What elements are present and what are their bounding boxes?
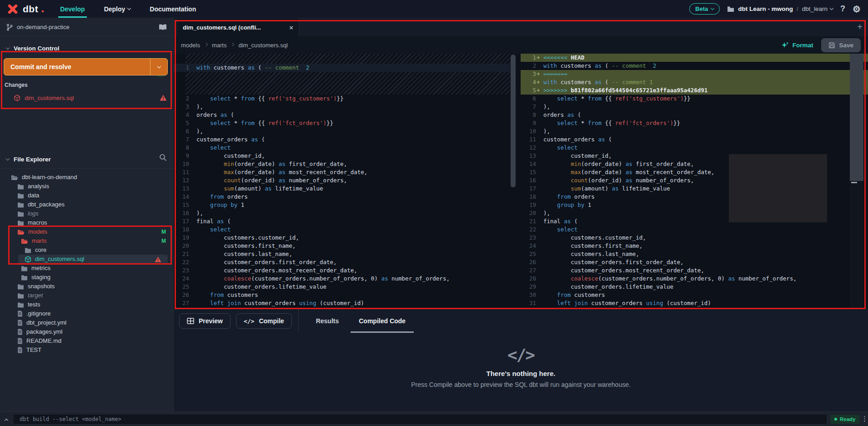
line-number: 13: [174, 185, 189, 193]
tree-item-dbt-packages[interactable]: dbt_packages: [0, 200, 173, 209]
docs-book-icon[interactable]: [159, 24, 167, 30]
minimap-viewport[interactable]: [850, 54, 863, 181]
tab-results[interactable]: Results: [306, 309, 349, 333]
tree-item-analysis[interactable]: analysis: [0, 182, 173, 191]
folder-open-icon: [11, 175, 18, 180]
breadcrumb-marts[interactable]: marts: [212, 42, 227, 49]
sidebar: on-demand-practice Version Control 1 Com…: [0, 18, 174, 411]
breadcrumb-models[interactable]: models: [181, 42, 200, 49]
format-button[interactable]: Format: [782, 41, 813, 49]
line-number: 9: [174, 152, 189, 160]
editor-pane-left[interactable]: 1with customers as ( -- comment 22 selec…: [174, 54, 510, 309]
nav-tab-develop[interactable]: Develop: [52, 0, 93, 18]
line-number: 6: [521, 95, 536, 103]
save-button[interactable]: Save: [821, 38, 861, 52]
breadcrumb: models marts dim_customers.sql: [181, 42, 288, 49]
folder-open-icon: [21, 238, 28, 244]
version-control-header[interactable]: Version Control 1: [0, 42, 173, 55]
line-number: 31: [521, 299, 536, 307]
tree-item-models[interactable]: modelsM: [0, 227, 173, 236]
line-number: 17: [521, 185, 536, 193]
line-number: 26: [521, 258, 536, 266]
tree-item-label: dbt_packages: [28, 200, 65, 209]
tree-item-dbt-learn-on-demand[interactable]: dbt-learn-on-demand: [0, 173, 173, 182]
line-number: 14: [521, 160, 536, 168]
code-editor[interactable]: 1with customers as ( -- comment 22 selec…: [174, 54, 868, 309]
code-line-10: 10 min(order_date) as first_order_date,: [174, 160, 510, 168]
beta-badge[interactable]: Beta: [689, 3, 720, 15]
code-line-4: 4orders as (: [174, 111, 510, 119]
line-number: 25: [174, 283, 189, 291]
minimap[interactable]: [850, 54, 863, 309]
compile-button[interactable]: </> Compile: [236, 313, 292, 329]
tab-compiled-code[interactable]: Compiled Code: [349, 309, 416, 333]
breadcrumb-file[interactable]: dim_customers.sql: [238, 42, 287, 49]
line-number: 11: [521, 135, 536, 144]
tree-item-staging[interactable]: staging: [0, 273, 173, 282]
new-tab-icon[interactable]: +: [857, 22, 863, 32]
chevron-down-icon: [830, 6, 833, 10]
line-number: 5: [174, 119, 189, 127]
tree-item-test[interactable]: TEST: [0, 346, 173, 355]
tree-item-metrics[interactable]: metrics: [0, 264, 173, 273]
empty-state-title: There's nothing here.: [174, 370, 868, 377]
commit-and-resolve-button[interactable]: Commit and resolve: [4, 58, 168, 75]
file-explorer-header[interactable]: File Explorer: [0, 153, 173, 165]
tree-item-snapshots[interactable]: snapshots: [0, 282, 173, 291]
line-number: 30: [521, 291, 536, 299]
tree-item-tests[interactable]: tests: [0, 300, 173, 309]
line-number: 10: [521, 127, 536, 135]
tree-item-packages-yml[interactable]: packages.yml: [0, 327, 173, 336]
code-line-3: 3),: [174, 103, 510, 111]
tree-item-label: metrics: [31, 264, 50, 273]
close-tab-icon[interactable]: ×: [289, 24, 293, 31]
code-line-22: 22 customer_orders.first_order_date,: [174, 258, 510, 266]
line-number: 28: [521, 275, 536, 283]
tree-item-macros[interactable]: macros: [0, 218, 173, 227]
tree-item-readme-md[interactable]: README.md: [0, 336, 173, 346]
gear-icon[interactable]: ⚙: [853, 4, 861, 15]
project-name[interactable]: dbt Learn - mwong: [738, 5, 793, 12]
dbt-logo-mark: [42, 10, 44, 12]
line-number: 2: [521, 62, 536, 70]
branch-name: on-demand-practice: [17, 24, 70, 30]
code-line-25: 25 customers.last_name,: [521, 250, 868, 258]
left-pane-scrollbar[interactable]: [511, 55, 516, 187]
tree-item-core[interactable]: core: [0, 246, 173, 255]
tree-item-label: README.md: [26, 336, 61, 346]
tree-item-dbt-project-yml[interactable]: dbt_project.yml: [0, 318, 173, 327]
tree-item-logs[interactable]: logs: [0, 209, 173, 218]
code-line-4: 4+with customers as ( -- comment 1: [521, 78, 868, 86]
tree-item--gitignore[interactable]: .gitignore: [0, 309, 173, 318]
line-number: 7: [174, 135, 189, 144]
preview-button[interactable]: Preview: [179, 313, 231, 329]
line-number: 24: [174, 275, 189, 283]
nav-tab-deploy[interactable]: Deploy: [96, 0, 139, 18]
dbt-logo[interactable]: dbt: [0, 0, 52, 18]
help-icon[interactable]: ?: [840, 4, 845, 14]
branch-row[interactable]: on-demand-practice: [0, 18, 173, 36]
code-line-18: 18 select: [174, 226, 510, 234]
file-icon: [17, 320, 23, 326]
line-number: 24: [521, 242, 536, 250]
search-icon[interactable]: [159, 154, 167, 161]
code-line-3: 3+=======: [521, 70, 868, 78]
tree-item-marts[interactable]: martsM: [0, 236, 173, 246]
changed-file-row[interactable]: dim_customers.sql: [0, 91, 173, 105]
editor-tab-dim-customers[interactable]: dim_customers.sql (confli... ×: [177, 18, 299, 36]
code-line-11: 11 max(order_date) as most_recent_order_…: [174, 168, 510, 176]
commit-dropdown-caret[interactable]: [150, 59, 167, 75]
tree-item-label: models: [28, 227, 47, 236]
kebab-menu-icon[interactable]: ⋮: [861, 415, 868, 423]
chevron-up-icon[interactable]: [5, 419, 8, 422]
environment-selector[interactable]: dbt_learn: [802, 5, 833, 12]
tree-item-data[interactable]: data: [0, 191, 173, 200]
line-number: 6: [174, 127, 189, 135]
line-number: 12: [521, 144, 536, 152]
command-input[interactable]: [13, 414, 828, 425]
preview-table-icon: [187, 318, 194, 324]
line-number: 27: [174, 299, 189, 307]
tree-item-dim-customers-sql[interactable]: dim_customers.sql: [18, 255, 168, 264]
nav-tab-documentation[interactable]: Documentation: [141, 0, 204, 18]
tree-item-target[interactable]: target: [0, 291, 173, 300]
